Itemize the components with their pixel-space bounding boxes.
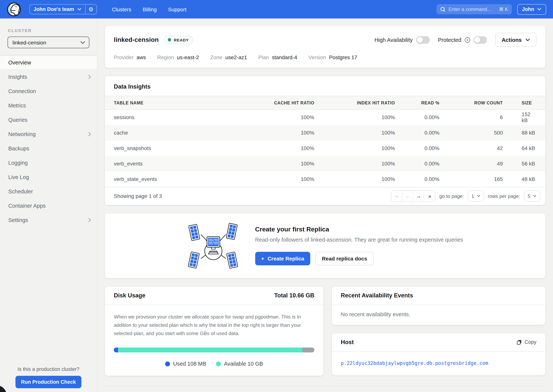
footer-terms-link[interactable]: Terms	[405, 391, 419, 392]
actions-button[interactable]: Actions	[495, 33, 536, 47]
next-page-button[interactable]: →	[413, 190, 424, 202]
sidebar-item-live-log[interactable]: Live Log	[0, 170, 97, 184]
meta-label: Version	[308, 54, 326, 60]
sidebar-item-connection[interactable]: Connection	[0, 84, 97, 98]
sidebar-item-logging[interactable]: Logging	[0, 156, 97, 170]
team-selector-button[interactable]: John Doe's team	[30, 7, 85, 12]
user-menu-button[interactable]: John	[517, 4, 546, 14]
chevron-down-icon	[477, 195, 480, 197]
disk-usage-title: Disk Usage	[114, 292, 145, 299]
nav-billing[interactable]: Billing	[143, 6, 157, 12]
footer-crunchydata-link[interactable]: crunchydata.com	[105, 391, 144, 392]
availability-empty-text: No recent availability events.	[332, 305, 546, 325]
chevron-down-icon	[525, 38, 530, 41]
production-check-block: Is this a production cluster? Run Produc…	[0, 366, 97, 388]
table-row[interactable]: verb_events 100% 100% 0.00% 49 56 kB	[105, 156, 546, 171]
table-row[interactable]: verb_state_events 100% 100% 0.00% 165 48…	[105, 171, 546, 187]
replica-card: Create your first Replica Read-only foll…	[105, 213, 546, 278]
sidebar-item-container-apps[interactable]: Container Apps	[0, 199, 97, 213]
sidebar-item-scheduler[interactable]: Scheduler	[0, 184, 97, 199]
nav-clusters[interactable]: Clusters	[112, 6, 131, 12]
cell-cache-hit: 100%	[233, 156, 317, 171]
footer-legal-link[interactable]: Legal	[436, 391, 448, 392]
used-dot-icon	[165, 361, 170, 366]
cell-index-hit: 100%	[317, 140, 398, 156]
cell-row-count: 6	[442, 110, 506, 125]
cluster-section-label: CLUSTER	[8, 28, 97, 33]
sidebar-item-settings[interactable]: Settings	[0, 213, 97, 227]
meta-value: us-east-2	[177, 54, 199, 60]
cluster-select-value: linked-cension	[13, 39, 46, 45]
team-selector: John Doe's team ⚙	[29, 4, 97, 14]
host-card: Host Copy p.22ldyuc32bdabjaylwpvgb5gre.d…	[332, 333, 546, 375]
info-icon[interactable]: i	[465, 37, 470, 42]
first-page-button[interactable]: «	[392, 190, 402, 202]
command-search[interactable]: ⌘ K	[436, 4, 512, 14]
high-availability-toggle[interactable]	[416, 36, 430, 43]
app: John Doe's team ⚙ Clusters Billing Suppo…	[0, 0, 553, 392]
sidebar-item-label: Queries	[8, 117, 28, 123]
create-replica-label: Create Replica	[268, 256, 304, 262]
table-row[interactable]: sessions 100% 100% 0.00% 6 152 kB	[105, 110, 546, 125]
rows-per-page-select[interactable]: 5	[524, 190, 540, 202]
host-title: Host	[341, 339, 354, 345]
cluster-header-card: linked-cension READY High Availability P…	[105, 26, 546, 68]
table-pagination: Showing page 1 of 3 « ← → » go to page: …	[105, 187, 546, 205]
meta-label: Provider	[114, 54, 133, 60]
chevron-right-icon	[88, 75, 91, 79]
sidebar-item-label: Metrics	[8, 103, 26, 109]
actions-label: Actions	[502, 37, 522, 43]
sidebar-item-backups[interactable]: Backups	[0, 141, 97, 156]
cell-size: 56 kB	[506, 156, 546, 171]
footer-status-link[interactable]: Status	[172, 391, 186, 392]
disk-usage-legend: Used 108 MB Available 10 GB	[114, 361, 314, 367]
host-link[interactable]: p.22ldyuc32bdabjaylwpvgb5gre.db.postgres…	[341, 360, 488, 366]
sidebar-item-label: Overview	[8, 60, 31, 66]
disk-available-segment	[118, 348, 302, 352]
pagination-status: Showing page 1 of 3	[114, 193, 162, 199]
chevron-right-icon	[88, 132, 91, 136]
meta-value: use2-az1	[225, 54, 247, 60]
footer-blog-link[interactable]: Blog	[153, 391, 163, 392]
col-read-pct: READ %	[398, 96, 442, 110]
cell-table-name: sessions	[105, 110, 233, 125]
read-replica-docs-button[interactable]: Read replica docs	[315, 252, 374, 265]
prev-page-button[interactable]: ←	[402, 190, 413, 202]
cell-index-hit: 100%	[317, 156, 398, 171]
available-dot-icon	[216, 361, 221, 366]
sidebar-item-label: Container Apps	[8, 203, 46, 209]
go-to-page-select[interactable]: 1	[468, 190, 484, 202]
sidebar-item-overview[interactable]: Overview	[0, 56, 97, 70]
nav-support[interactable]: Support	[168, 6, 186, 12]
sidebar-item-metrics[interactable]: Metrics	[0, 98, 97, 113]
command-search-input[interactable]	[448, 7, 496, 12]
status-text: READY	[174, 37, 189, 42]
sidebar-item-label: Networking	[8, 131, 36, 137]
table-row[interactable]: verb_snapshots 100% 100% 0.00% 42 64 kB	[105, 140, 546, 156]
sidebar-item-label: Settings	[8, 217, 28, 223]
last-page-button[interactable]: »	[424, 190, 435, 202]
table-row[interactable]: cache 100% 100% 0.00% 500 88 kB	[105, 125, 546, 140]
copy-host-button[interactable]: Copy	[517, 339, 536, 345]
cluster-select[interactable]: linked-cension	[7, 36, 89, 48]
protected-toggle[interactable]	[473, 36, 487, 43]
create-replica-button[interactable]: + Create Replica	[255, 252, 310, 265]
meta-value: Postgres 17	[329, 54, 357, 60]
sidebar-item-networking[interactable]: Networking	[0, 127, 97, 141]
rows-per-page-label: rows per page:	[488, 193, 520, 199]
sidebar-item-label: Insights	[8, 74, 27, 80]
run-production-check-button[interactable]: Run Production Check	[15, 376, 81, 388]
crunchy-hippo-logo-icon[interactable]	[7, 2, 21, 16]
gear-icon[interactable]: ⚙	[85, 7, 97, 12]
sidebar-item-insights[interactable]: Insights	[0, 70, 97, 84]
legend-used: Used 108 MB	[165, 361, 206, 367]
cell-row-count: 49	[442, 156, 506, 171]
sidebar-item-label: Live Log	[8, 174, 29, 180]
sidebar-item-queries[interactable]: Queries	[0, 113, 97, 127]
col-cache-hit-ratio: CACHE HIT RATIO	[233, 96, 317, 110]
chevron-right-icon	[88, 218, 91, 222]
meta-label: Region	[157, 54, 174, 60]
search-shortcut-hint: ⌘ K	[499, 7, 508, 12]
footer-privacy-link[interactable]: Privacy	[419, 391, 436, 392]
legend-available: Available 10 GB	[216, 361, 263, 367]
